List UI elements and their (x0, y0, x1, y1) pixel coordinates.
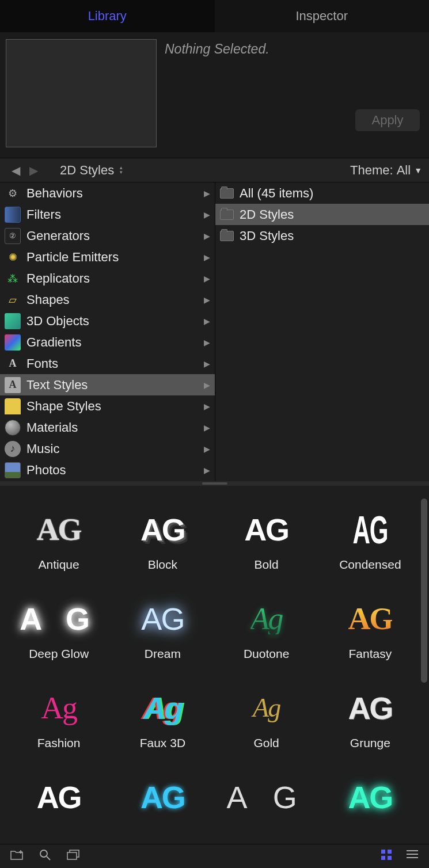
styles-grid-area: AGAntiqueAGBlockAGBoldAGCondensedA GDeep… (0, 486, 429, 844)
style-fashion[interactable]: AgFashion (10, 680, 107, 750)
particle-icon: ✺ (5, 249, 21, 265)
category-materials[interactable]: Materials▶ (0, 417, 215, 438)
subfolder-all-45-items-[interactable]: All (45 items) (215, 182, 429, 204)
preview-status: Nothing Selected. (157, 39, 269, 146)
generators-icon: ② (5, 228, 21, 244)
nav-forward-icon[interactable]: ▶ (25, 163, 43, 177)
category-filters[interactable]: Filters▶ (0, 204, 215, 225)
style-item[interactable]: AG (10, 770, 107, 825)
category-label: 3D Objects (26, 314, 89, 329)
disclosure-icon: ▶ (204, 359, 210, 368)
preview-thumbnail (6, 39, 157, 147)
style-thumbnail: AG (119, 591, 206, 646)
folder-icon (220, 231, 234, 241)
browser-columns: ⚙Behaviors▶Filters▶②Generators▶✺Particle… (0, 182, 429, 481)
disclosure-icon: ▶ (204, 274, 210, 283)
subfolder-2d-styles[interactable]: 2D Styles (215, 204, 429, 225)
category-label: Music (26, 441, 59, 456)
style-item[interactable]: AG (322, 770, 419, 825)
style-label: Duotone (244, 647, 289, 661)
style-thumbnail: Ag (119, 680, 206, 735)
svg-rect-8 (388, 856, 392, 860)
list-view-icon[interactable] (406, 849, 419, 863)
style-label: Gold (253, 736, 279, 750)
path-dropdown[interactable]: 2D Styles ▲▼ (60, 163, 123, 178)
style-thumbnail: AG (16, 502, 102, 557)
style-item[interactable]: A G (218, 770, 315, 825)
gear-icon: ⚙ (5, 185, 21, 201)
search-icon[interactable] (39, 849, 51, 863)
style-fantasy[interactable]: AGFantasy (322, 591, 419, 661)
shapestyles-icon (5, 398, 21, 414)
disclosure-icon: ▶ (204, 253, 210, 262)
category-text-styles[interactable]: AText Styles▶ (0, 374, 215, 395)
style-label: Grunge (350, 736, 390, 750)
style-thumbnail: A G (16, 591, 102, 646)
tab-library[interactable]: Library (0, 0, 215, 32)
style-grunge[interactable]: AGGrunge (322, 680, 419, 750)
style-bold[interactable]: AGBold (218, 502, 315, 572)
category-label: Fonts (26, 356, 58, 371)
style-thumbnail: AG (119, 770, 206, 824)
disclosure-icon: ▶ (204, 317, 210, 326)
svg-rect-5 (381, 850, 385, 854)
category-label: Generators (26, 229, 90, 243)
disclosure-icon: ▶ (204, 338, 210, 347)
scrollbar[interactable] (421, 498, 427, 683)
bottom-toolbar (0, 844, 429, 868)
style-deep-glow[interactable]: A GDeep Glow (10, 591, 107, 661)
stack-icon[interactable] (67, 850, 79, 863)
category-photos[interactable]: Photos▶ (0, 459, 215, 481)
style-thumbnail: AG (223, 502, 310, 557)
svg-rect-7 (381, 856, 385, 860)
style-block[interactable]: AGBlock (114, 502, 211, 572)
subfolder-label: 3D Styles (240, 229, 294, 243)
style-gold[interactable]: AgGold (218, 680, 315, 750)
category-label: Behaviors (26, 186, 83, 201)
category-label: Particle Emitters (26, 250, 119, 265)
disclosure-icon: ▶ (204, 466, 210, 475)
style-label: Fantasy (349, 647, 392, 661)
category-fonts[interactable]: AFonts▶ (0, 353, 215, 374)
new-folder-icon[interactable] (10, 850, 23, 863)
fonts-icon: A (5, 356, 21, 372)
style-label: Fashion (37, 736, 81, 750)
svg-line-3 (47, 856, 50, 860)
category-label: Materials (26, 420, 78, 435)
style-thumbnail: Ag (16, 680, 102, 735)
filmstrip-icon (5, 207, 21, 223)
category-behaviors[interactable]: ⚙Behaviors▶ (0, 182, 215, 204)
style-thumbnail: AG (327, 680, 413, 735)
svg-point-2 (40, 850, 47, 857)
nav-back-icon[interactable]: ◀ (7, 163, 25, 177)
category-replicators[interactable]: ⁂Replicators▶ (0, 268, 215, 289)
theme-value: All (397, 163, 411, 178)
style-condensed[interactable]: AGCondensed (322, 502, 419, 572)
style-item[interactable]: AG (114, 770, 211, 825)
svg-rect-4 (67, 852, 77, 859)
style-duotone[interactable]: AgDuotone (218, 591, 315, 661)
style-dream[interactable]: AGDream (114, 591, 211, 661)
apply-button[interactable]: Apply (355, 109, 420, 131)
tab-inspector[interactable]: Inspector (215, 0, 430, 32)
path-stepper-icon: ▲▼ (119, 166, 123, 175)
category-gradients[interactable]: Gradients▶ (0, 332, 215, 353)
style-antique[interactable]: AGAntique (10, 502, 107, 572)
category-label: Gradients (26, 335, 81, 350)
category-particle-emitters[interactable]: ✺Particle Emitters▶ (0, 246, 215, 268)
category-label: Photos (26, 463, 66, 478)
category-shape-styles[interactable]: Shape Styles▶ (0, 395, 215, 417)
subfolder-3d-styles[interactable]: 3D Styles (215, 225, 429, 246)
theme-filter[interactable]: Theme: All ▼ (350, 163, 422, 178)
grid-view-icon[interactable] (381, 849, 392, 863)
category-label: Shapes (26, 292, 70, 307)
category-3d-objects[interactable]: 3D Objects▶ (0, 310, 215, 332)
category-generators[interactable]: ②Generators▶ (0, 225, 215, 246)
style-faux-3d[interactable]: AgFaux 3D (114, 680, 211, 750)
category-music[interactable]: ♪Music▶ (0, 438, 215, 459)
style-thumbnail: Ag (223, 680, 310, 735)
pane-divider[interactable] (0, 481, 429, 486)
path-bar: ◀ ▶ 2D Styles ▲▼ Theme: All ▼ (0, 158, 429, 182)
disclosure-icon: ▶ (204, 189, 210, 198)
category-shapes[interactable]: ▱Shapes▶ (0, 289, 215, 310)
